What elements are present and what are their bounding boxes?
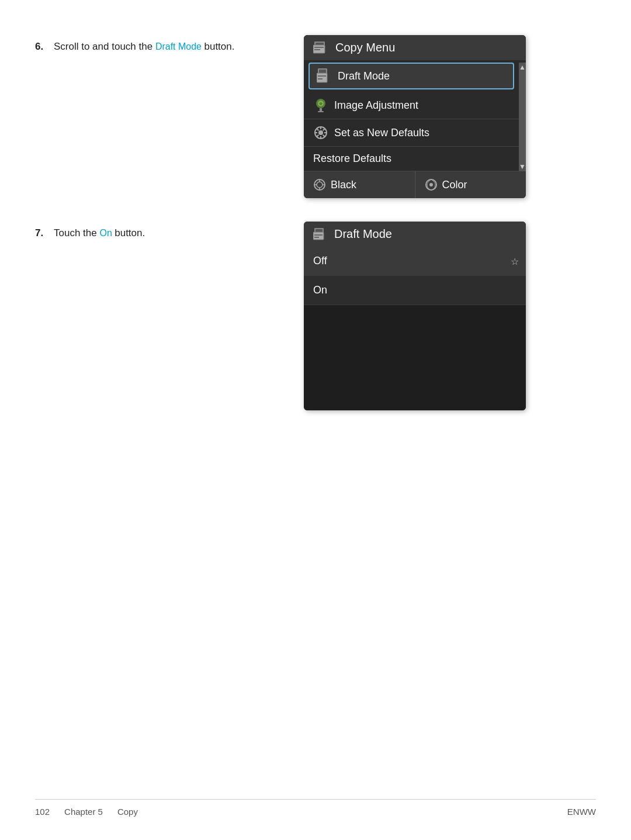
copy-menu-items-wrapper: Draft Mode Image Adjustment bbox=[304, 63, 526, 171]
draft-mode-screen-container: Draft Mode Off ☆ On bbox=[304, 222, 596, 410]
svg-point-19 bbox=[429, 183, 433, 186]
image-adjustment-icon bbox=[313, 98, 328, 113]
svg-rect-8 bbox=[318, 75, 326, 77]
black-button-label: Black bbox=[331, 179, 356, 191]
menu-item-restore-defaults[interactable]: Restore Defaults bbox=[304, 147, 519, 171]
black-print-icon bbox=[313, 178, 326, 191]
menu-items-list: Draft Mode Image Adjustment bbox=[304, 63, 519, 171]
color-print-icon bbox=[425, 178, 438, 191]
copy-menu-header: Copy Menu bbox=[304, 35, 526, 60]
draft-items-list: Off ☆ On bbox=[304, 247, 526, 410]
restore-defaults-label: Restore Defaults bbox=[313, 153, 391, 165]
step-7-number: 7. bbox=[35, 227, 43, 238]
copy-menu-title: Copy Menu bbox=[335, 41, 395, 54]
draft-mode-link[interactable]: Draft Mode bbox=[155, 42, 202, 51]
step-7-text: 7. Touch the On button. bbox=[35, 222, 304, 239]
copy-menu-screen-container: Copy Menu bbox=[304, 35, 596, 198]
page-number: 102 bbox=[35, 807, 50, 817]
menu-item-image-adjustment[interactable]: Image Adjustment bbox=[304, 92, 519, 119]
step-7-text-before: Touch the bbox=[54, 227, 99, 238]
copy-menu-screen: Copy Menu bbox=[304, 35, 526, 198]
draft-mode-title: Draft Mode bbox=[334, 227, 392, 241]
step-7-row: 7. Touch the On button. Draft Mode bbox=[35, 222, 596, 410]
footer-enww: ENWW bbox=[567, 807, 596, 817]
copy-menu-header-icon bbox=[313, 42, 330, 54]
svg-rect-9 bbox=[318, 78, 323, 79]
draft-mode-label: Draft Mode bbox=[338, 70, 390, 82]
image-adjustment-label: Image Adjustment bbox=[334, 99, 418, 112]
draft-mode-header: Draft Mode bbox=[304, 222, 526, 247]
scroll-up-arrow[interactable]: ▲ bbox=[519, 64, 526, 71]
svg-rect-22 bbox=[313, 232, 324, 240]
svg-rect-23 bbox=[314, 234, 323, 236]
scroll-down-arrow[interactable]: ▼ bbox=[519, 163, 526, 170]
svg-rect-24 bbox=[314, 237, 319, 238]
svg-rect-4 bbox=[314, 49, 320, 50]
svg-rect-7 bbox=[317, 73, 327, 82]
svg-rect-3 bbox=[314, 47, 324, 48]
step-6-text-after: button. bbox=[204, 41, 234, 52]
draft-screen-fill bbox=[304, 305, 526, 410]
step-7-text-after: button. bbox=[115, 227, 145, 238]
star-icon: ☆ bbox=[511, 255, 519, 267]
menu-item-set-defaults[interactable]: Set as New Defaults bbox=[304, 119, 519, 147]
svg-point-17 bbox=[317, 182, 323, 188]
footer-chapter-topic: Copy bbox=[117, 807, 138, 817]
color-button-label: Color bbox=[442, 179, 467, 191]
footer-page-number: 102 Chapter 5 Copy bbox=[35, 807, 138, 817]
menu-item-draft-mode[interactable]: Draft Mode bbox=[308, 63, 514, 89]
svg-point-15 bbox=[318, 130, 323, 135]
on-label: On bbox=[313, 284, 327, 296]
scrollbar[interactable]: ▲ ▼ bbox=[519, 63, 526, 171]
set-defaults-label: Set as New Defaults bbox=[334, 127, 429, 139]
off-label: Off bbox=[313, 255, 327, 267]
draft-mode-icon bbox=[317, 68, 332, 84]
black-print-button[interactable]: Black bbox=[304, 171, 415, 198]
draft-off-item[interactable]: Off ☆ bbox=[304, 247, 526, 276]
step-6-row: 6. Scroll to and touch the Draft Mode bu… bbox=[35, 35, 596, 198]
draft-mode-header-icon bbox=[313, 228, 328, 241]
step-6-text-before: Scroll to and touch the bbox=[54, 41, 155, 52]
step-6-number: 6. bbox=[35, 41, 43, 52]
draft-mode-screen: Draft Mode Off ☆ On bbox=[304, 222, 526, 410]
footer-chapter: Chapter 5 bbox=[64, 807, 103, 817]
page-footer: 102 Chapter 5 Copy ENWW bbox=[35, 799, 596, 817]
color-print-button[interactable]: Color bbox=[415, 171, 526, 198]
set-defaults-icon bbox=[313, 125, 328, 140]
svg-rect-13 bbox=[318, 111, 324, 112]
draft-on-item[interactable]: On bbox=[304, 276, 526, 305]
step-6-text: 6. Scroll to and touch the Draft Mode bu… bbox=[35, 35, 304, 53]
print-buttons-row: Black Color bbox=[304, 171, 526, 198]
on-link[interactable]: On bbox=[99, 228, 112, 238]
